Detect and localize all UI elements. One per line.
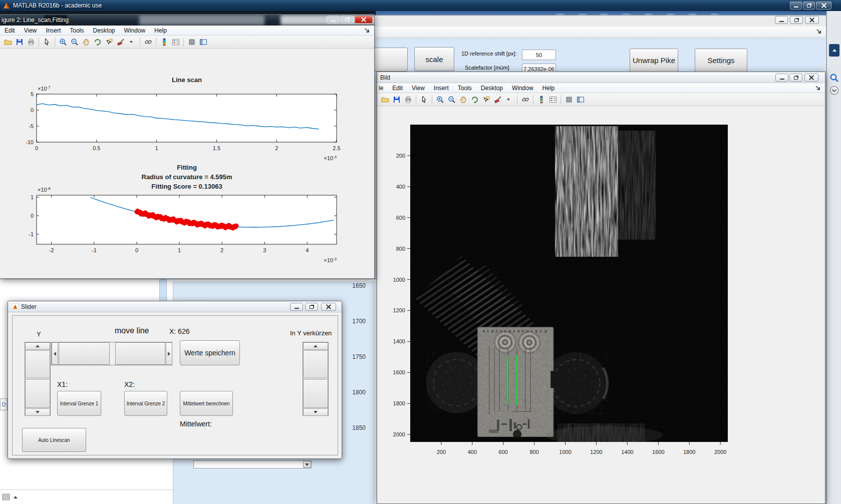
slider-thumb[interactable] — [115, 342, 165, 365]
ref-shift-input[interactable]: 50 — [522, 50, 556, 60]
zoom-in-icon[interactable] — [435, 94, 445, 105]
show-plot-tools-icon[interactable] — [575, 94, 586, 105]
figure2-restore-button[interactable] — [341, 16, 354, 24]
slider-up-button[interactable] — [25, 342, 50, 350]
y-slider-left[interactable] — [25, 342, 51, 416]
rotate-3d-icon[interactable] — [92, 37, 103, 47]
menu-file-clipped[interactable]: le — [377, 85, 388, 92]
pan-hand-icon[interactable] — [81, 37, 91, 47]
dropdown-caret-icon[interactable] — [127, 37, 137, 47]
hide-plot-tools-icon[interactable] — [564, 94, 574, 105]
data-cursor-icon[interactable] — [104, 37, 114, 47]
slider-track[interactable] — [303, 379, 328, 408]
blank-button[interactable] — [373, 48, 408, 72]
print-icon[interactable] — [403, 94, 413, 105]
print-icon[interactable] — [26, 37, 36, 47]
menu-help[interactable]: Help — [538, 85, 559, 92]
slider-close-button[interactable] — [321, 303, 336, 311]
slider-right-button[interactable] — [166, 342, 172, 365]
menu-desktop[interactable]: Desktop — [476, 85, 507, 92]
dock-tab[interactable]: D — [0, 398, 8, 410]
slider-track[interactable] — [25, 379, 50, 408]
combobox-dropdown-button[interactable] — [303, 461, 311, 468]
data-cursor-icon[interactable] — [481, 94, 491, 105]
unwrap-pike-button[interactable]: Unwrap Pike — [630, 49, 678, 72]
save-icon[interactable] — [391, 94, 402, 105]
link-plots-icon[interactable] — [520, 94, 530, 105]
collapse-strip-button[interactable] — [829, 44, 839, 57]
edit-cursor-icon[interactable] — [42, 37, 52, 47]
menu-tools[interactable]: Tools — [66, 27, 89, 34]
zoom-in-icon[interactable] — [58, 37, 68, 47]
pan-hand-icon[interactable] — [458, 94, 468, 105]
x-slider[interactable] — [51, 342, 172, 365]
scale-button[interactable]: scale — [414, 47, 454, 71]
menu-tools[interactable]: Tools — [453, 85, 476, 92]
open-folder-icon[interactable] — [3, 37, 13, 47]
menu-window[interactable]: Window — [507, 85, 538, 92]
menu-desktop[interactable]: Desktop — [89, 27, 120, 34]
brush-icon[interactable] — [492, 94, 503, 105]
slider-left-button[interactable] — [52, 342, 58, 365]
bild-minimize-button[interactable] — [775, 74, 788, 82]
figure2-minimize-button[interactable] — [327, 16, 340, 24]
slider-titlebar[interactable]: Slider — [8, 301, 342, 312]
bild-close-button[interactable] — [804, 74, 818, 82]
slider-up-button[interactable] — [303, 342, 328, 350]
figure2-close-button[interactable] — [355, 16, 373, 24]
insert-colorbar-icon[interactable] — [159, 37, 169, 47]
settings-button[interactable]: Settings — [695, 49, 747, 72]
search-icon[interactable] — [829, 73, 839, 83]
menu-window[interactable]: Window — [120, 27, 150, 34]
splitter-grip[interactable] — [3, 493, 18, 500]
bild-titlebar[interactable]: Bild — [377, 72, 825, 83]
slider-down-button[interactable] — [25, 408, 50, 416]
menu-edit[interactable]: Edit — [388, 85, 407, 92]
zoom-out-icon[interactable] — [69, 37, 80, 47]
mittelwert-berechnen-button[interactable]: Mittelwert berechnen — [180, 391, 233, 416]
menu-view[interactable]: View — [20, 27, 42, 34]
interval-grenze2-button[interactable]: Interval Grenze 2 — [124, 391, 167, 416]
gui-minimize-button[interactable] — [775, 16, 788, 24]
insert-legend-icon[interactable] — [547, 94, 558, 105]
slider-track[interactable] — [59, 342, 110, 365]
rotate-3d-icon[interactable] — [469, 94, 480, 105]
interferometry-image[interactable] — [410, 125, 728, 444]
link-plots-icon[interactable] — [143, 37, 153, 47]
menu-help[interactable]: Help — [150, 27, 171, 34]
zoom-out-icon[interactable] — [446, 94, 457, 105]
slider-track[interactable] — [25, 350, 50, 378]
main-close-button[interactable] — [816, 2, 831, 10]
expand-circle-icon[interactable] — [829, 86, 839, 95]
menu-insert[interactable]: Insert — [429, 85, 453, 92]
background-combobox[interactable] — [193, 460, 312, 468]
slider-minimize-button[interactable] — [290, 303, 303, 311]
edit-cursor-icon[interactable] — [419, 94, 429, 105]
y-slider-right[interactable] — [303, 342, 329, 416]
menu-view[interactable]: View — [407, 85, 429, 92]
brush-icon[interactable] — [115, 37, 126, 47]
insert-colorbar-icon[interactable] — [536, 94, 546, 105]
gui-restore-button[interactable] — [790, 16, 803, 24]
dock-arrow-icon[interactable] — [815, 85, 821, 91]
menu-edit[interactable]: Edit — [0, 27, 20, 34]
show-plot-tools-icon[interactable] — [198, 37, 208, 47]
main-minimize-button[interactable] — [790, 2, 802, 10]
slider-track[interactable] — [303, 350, 328, 378]
save-icon[interactable] — [14, 37, 25, 47]
figure2-titlebar[interactable]: igure 2: Line_scan,Fitting — [0, 15, 374, 26]
dock-arrow-icon[interactable] — [816, 29, 822, 35]
slider-down-button[interactable] — [303, 408, 328, 416]
main-restore-button[interactable] — [803, 2, 815, 10]
slider-restore-button[interactable] — [305, 303, 318, 311]
insert-legend-icon[interactable] — [170, 37, 181, 47]
dropdown-caret-icon[interactable] — [504, 94, 514, 105]
werte-speichern-button[interactable]: Werte speichern — [180, 340, 240, 365]
gui-close-button[interactable] — [805, 16, 819, 24]
hide-plot-tools-icon[interactable] — [186, 37, 197, 47]
interval-grenze1-button[interactable]: Interval Grenze 1 — [57, 391, 101, 416]
open-folder-icon[interactable] — [380, 94, 390, 105]
menu-insert[interactable]: Insert — [41, 27, 65, 34]
bild-restore-button[interactable] — [789, 74, 802, 82]
dock-arrow-icon[interactable] — [364, 28, 370, 34]
